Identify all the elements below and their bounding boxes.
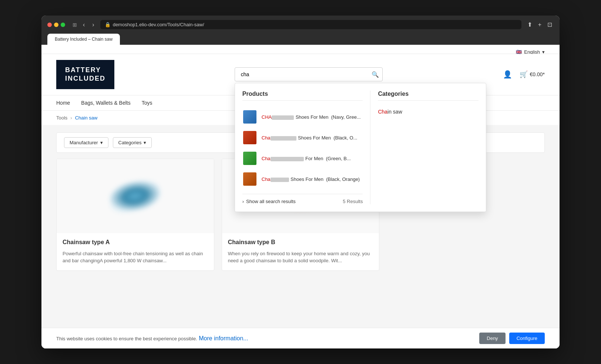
address-bar[interactable]: 🔒 demoshop1.elio-dev.com/Tools/Chain-saw… xyxy=(100,20,521,29)
list-item[interactable]: Chain saw xyxy=(378,107,478,117)
new-tab-icon[interactable]: + xyxy=(537,21,543,29)
chevron-right-icon: › xyxy=(242,199,244,204)
show-all-results-button[interactable]: › Show all search results xyxy=(242,199,296,204)
close-button[interactable] xyxy=(47,23,52,27)
back-button[interactable]: ‹ xyxy=(81,21,86,29)
cookie-banner: This website uses cookies to ensure the … xyxy=(41,328,560,348)
active-tab[interactable]: Battery Included – Chain saw xyxy=(47,34,120,45)
product-title: Chainsaw type A xyxy=(63,239,208,246)
product-result-text: Cha Shoes For Men (Black, Orange) xyxy=(262,176,360,182)
product-result-text: CHA Shoes For Men (Navy, Gree... xyxy=(262,114,361,120)
blurred-name xyxy=(271,136,296,141)
product-description: Powerful chainsaw with tool-free chain t… xyxy=(63,250,208,264)
cart-info[interactable]: 🛒 €0.00* xyxy=(520,70,545,78)
table-row[interactable]: Chainsaw type A Powerful chainsaw with t… xyxy=(56,159,214,271)
categories-label: Categories xyxy=(118,140,142,145)
shoe-image-4 xyxy=(243,172,256,186)
product-image-a xyxy=(57,159,214,233)
minimize-button[interactable] xyxy=(54,23,58,27)
dropdown-products-section: Products CHA Shoes For Men (Navy, Gree..… xyxy=(242,91,363,204)
cookie-more-info-link[interactable]: More information... xyxy=(199,335,248,341)
dropdown-footer: › Show all search results 5 Results xyxy=(242,194,363,204)
list-item[interactable]: Cha Shoes For Men (Black, Orange) xyxy=(242,169,363,189)
categories-section-title: Categories xyxy=(378,91,478,101)
blurred-name xyxy=(271,178,289,182)
cookie-actions: Deny Configure xyxy=(479,333,545,344)
header-actions: 👤 🛒 €0.00* xyxy=(503,70,545,79)
maximize-button[interactable] xyxy=(61,23,65,27)
product-link-4[interactable]: Cha xyxy=(262,176,289,182)
breadcrumb-current[interactable]: Chain saw xyxy=(75,115,98,121)
product-suffix-3: For Men (Green, B... xyxy=(305,156,351,161)
search-container: 🔍 Products CHA Shoes For Men (Nav xyxy=(235,67,383,81)
nav-item-home[interactable]: Home xyxy=(56,100,70,106)
breadcrumb-parent[interactable]: Tools xyxy=(56,115,67,121)
chainsaw-a-image xyxy=(107,177,163,215)
configure-button[interactable]: Configure xyxy=(509,333,545,344)
category-rest: in saw xyxy=(387,109,402,115)
lock-icon: 🔒 xyxy=(105,22,111,27)
product-suffix-2: Shoes For Men (Black, O... xyxy=(298,135,357,141)
shoe-image-3 xyxy=(243,152,256,165)
product-title: Chainsaw type B xyxy=(228,239,373,246)
product-link-1[interactable]: CHA xyxy=(262,114,294,120)
traffic-lights xyxy=(47,23,65,27)
products-section-title: Products xyxy=(242,91,363,101)
category-link[interactable]: Chain saw xyxy=(378,109,402,115)
search-input[interactable] xyxy=(235,67,383,81)
highlight-text: Cha xyxy=(262,135,271,141)
cookie-text-container: This website uses cookies to ensure the … xyxy=(56,335,248,342)
highlight-text: Cha xyxy=(262,176,271,182)
cart-icon: 🛒 xyxy=(520,70,528,78)
product-thumbnail xyxy=(242,109,257,124)
highlight-text: CHA xyxy=(262,114,272,120)
forward-button[interactable]: › xyxy=(91,21,95,29)
share-icon[interactable]: ⬆ xyxy=(526,20,534,29)
product-suffix-1: Shoes For Men (Navy, Gree... xyxy=(296,114,361,120)
cookie-message: This website uses cookies to ensure the … xyxy=(56,336,197,341)
shoe-image-1 xyxy=(243,110,256,124)
product-card-body: Chainsaw type A Powerful chainsaw with t… xyxy=(57,233,214,270)
product-thumbnail xyxy=(242,151,257,166)
account-icon[interactable]: 👤 xyxy=(503,70,512,79)
sidebar-toggle-icon[interactable]: ⊞ xyxy=(73,22,77,28)
breadcrumb-separator: › xyxy=(70,115,72,121)
sidebar-icon[interactable]: ⊡ xyxy=(546,20,554,29)
product-card-body: Chainsaw type B When you rely on firewoo… xyxy=(222,233,379,270)
blurred-name xyxy=(272,115,294,120)
list-item[interactable]: CHA Shoes For Men (Navy, Gree... xyxy=(242,107,363,127)
categories-filter[interactable]: Categories ▾ xyxy=(113,137,152,148)
url-text: demoshop1.elio-dev.com/Tools/Chain-saw/ xyxy=(113,22,204,27)
product-link-2[interactable]: Cha xyxy=(262,135,296,141)
site-header: BATTERY INCLUDED 🔍 Products xyxy=(41,54,560,95)
chevron-down-icon: ▾ xyxy=(100,140,103,145)
highlight-text: Cha xyxy=(262,156,271,161)
product-result-text: Cha Shoes For Men (Black, O... xyxy=(262,134,357,141)
logo-line2: INCLUDED xyxy=(65,75,105,82)
manufacturer-label: Manufacturer xyxy=(70,140,98,145)
browser-tabs: Battery Included – Chain saw xyxy=(47,34,554,45)
shoe-image-2 xyxy=(243,131,256,144)
product-thumbnail xyxy=(242,172,257,186)
results-count: 5 Results xyxy=(343,199,363,204)
browser-titlebar: ⊞ ‹ › 🔒 demoshop1.elio-dev.com/Tools/Cha… xyxy=(47,20,554,29)
nav-item-toys[interactable]: Toys xyxy=(142,100,152,106)
nav-item-bags[interactable]: Bags, Wallets & Belts xyxy=(81,100,130,106)
product-link-3[interactable]: Cha xyxy=(262,156,304,161)
dropdown-categories-section: Categories Chain saw xyxy=(370,91,478,204)
list-item[interactable]: Cha Shoes For Men (Black, O... xyxy=(242,127,363,148)
logo-line1: BATTERY xyxy=(65,66,101,74)
manufacturer-filter[interactable]: Manufacturer ▾ xyxy=(64,137,108,148)
list-item[interactable]: Cha For Men (Green, B... xyxy=(242,148,363,169)
cart-total: €0.00* xyxy=(530,71,545,77)
deny-button[interactable]: Deny xyxy=(479,333,505,344)
show-all-label: Show all search results xyxy=(246,199,296,204)
product-result-text: Cha For Men (Green, B... xyxy=(262,155,351,162)
search-button[interactable]: 🔍 xyxy=(372,71,379,78)
top-bar: 🇬🇧 English ▾ xyxy=(41,45,560,54)
browser-chrome: ⊞ ‹ › 🔒 demoshop1.elio-dev.com/Tools/Cha… xyxy=(41,16,560,45)
search-dropdown: Products CHA Shoes For Men (Navy, Gree..… xyxy=(235,83,486,212)
category-highlight: Cha xyxy=(378,109,387,115)
site-logo[interactable]: BATTERY INCLUDED xyxy=(56,60,114,89)
blurred-name xyxy=(271,157,304,161)
